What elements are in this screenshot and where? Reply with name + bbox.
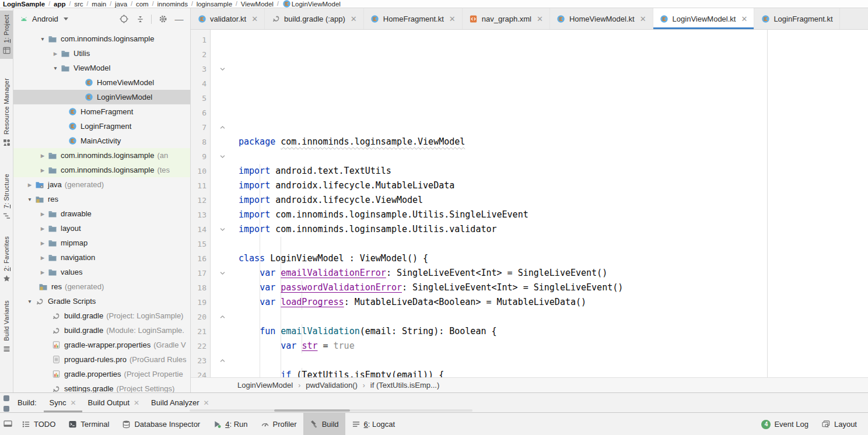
close-icon[interactable]: ✕: [134, 399, 139, 407]
tree-item-res[interactable]: res(generated): [13, 279, 190, 294]
horizontal-scrollbar[interactable]: [190, 409, 473, 412]
close-icon[interactable]: ✕: [449, 15, 456, 23]
fold-region-end-icon[interactable]: [211, 310, 234, 324]
expanded-arrow-icon[interactable]: ▼: [25, 299, 34, 304]
tree-item-loginviewmodel[interactable]: LoginViewModel: [13, 90, 190, 104]
status-item-build[interactable]: Build: [303, 413, 345, 435]
collapsed-arrow-icon[interactable]: ▶: [38, 153, 47, 159]
editor-tab-validator-kt[interactable]: validator.kt✕: [191, 8, 265, 29]
tool-window-button---favorites[interactable]: 2: Favorites: [0, 232, 13, 287]
close-icon[interactable]: ✕: [640, 15, 646, 23]
breadcrumb-item[interactable]: ViewModel: [241, 1, 274, 8]
tree-item-res[interactable]: ▼res: [13, 192, 190, 206]
expanded-arrow-icon[interactable]: ▼: [38, 36, 47, 42]
fold-region-end-icon[interactable]: [211, 353, 234, 368]
editor-tab-build-gradle---app-[interactable]: build.gradle (:app)✕: [265, 8, 364, 29]
tree-item-values[interactable]: ▶values: [13, 265, 190, 279]
code-editor[interactable]: package com.innominds.loginsample.ViewMo…: [234, 30, 868, 377]
fold-region-start-icon[interactable]: [211, 266, 234, 280]
close-icon[interactable]: ✕: [537, 15, 543, 23]
tree-item-gradle-properties[interactable]: gradle.properties(Project Propertie: [13, 367, 190, 381]
editor-tab-nav-graph-xml[interactable]: nav_graph.xml✕: [463, 8, 550, 29]
tool-window-button-resource-manager[interactable]: Resource Manager: [0, 74, 13, 151]
collapsed-arrow-icon[interactable]: ▶: [38, 269, 47, 275]
breadcrumb-item[interactable]: main: [92, 1, 106, 8]
close-icon[interactable]: ✕: [70, 399, 76, 407]
editor-breadcrumb-item[interactable]: if (TextUtils.isEmp...): [370, 381, 439, 390]
status-item-terminal[interactable]: Terminal: [62, 413, 116, 435]
tree-item-settings-gradle[interactable]: settings.gradle(Project Settings): [13, 381, 190, 392]
editor-body[interactable]: 123456789101112131415161718192021222324 …: [191, 30, 868, 377]
expanded-arrow-icon[interactable]: ▼: [25, 197, 34, 202]
chevron-down-icon[interactable]: [64, 17, 68, 20]
tree-item-drawable[interactable]: ▶drawable: [13, 206, 190, 221]
breadcrumb-item[interactable]: java: [115, 1, 127, 8]
tree-item-loginfragment[interactable]: LoginFragment: [13, 119, 190, 134]
project-view-selector[interactable]: Android: [32, 15, 58, 23]
tree-item-viewmodel[interactable]: ▼ViewModel: [13, 61, 190, 75]
build-side-icon[interactable]: [3, 395, 10, 404]
tool-window-button---structure[interactable]: 7: Structure: [0, 170, 13, 224]
collapsed-arrow-icon[interactable]: ▶: [38, 240, 47, 246]
expanded-arrow-icon[interactable]: ▼: [51, 65, 60, 71]
tree-item-mipmap[interactable]: ▶mipmap: [13, 236, 190, 250]
status-item-profiler[interactable]: Profiler: [254, 413, 303, 435]
breadcrumb-item[interactable]: innominds: [157, 1, 187, 8]
collapsed-arrow-icon[interactable]: ▶: [38, 226, 47, 231]
tree-item-navigation[interactable]: ▶navigation: [13, 250, 190, 265]
editor-breadcrumb-item[interactable]: pwdValidation(): [306, 381, 358, 390]
tree-item-mainactivity[interactable]: MainActivity: [13, 134, 190, 148]
status-item-database-inspector[interactable]: Database Inspector: [116, 413, 206, 435]
collapse-all-icon[interactable]: [134, 13, 146, 26]
tree-item-gradle-wrapper-properties[interactable]: gradle-wrapper.properties(Gradle V: [13, 338, 190, 352]
editor-tab-loginviewmodel-kt[interactable]: LoginViewModel.kt✕: [653, 8, 755, 29]
build-tab-sync[interactable]: Sync✕: [44, 393, 82, 412]
hide-panel-icon[interactable]: —: [173, 13, 186, 26]
breadcrumb-item[interactable]: com: [136, 1, 149, 8]
locate-file-icon[interactable]: [117, 13, 130, 26]
collapsed-arrow-icon[interactable]: ▶: [38, 211, 47, 217]
build-side-icon[interactable]: [3, 405, 10, 412]
fold-region-start-icon[interactable]: [211, 149, 234, 164]
tree-item-proguard-rules-pro[interactable]: proguard-rules.pro(ProGuard Rules: [13, 352, 190, 367]
fold-region-start-icon[interactable]: [211, 222, 234, 237]
collapsed-arrow-icon[interactable]: ▶: [38, 167, 47, 173]
tree-item-com-innominds-loginsample[interactable]: ▶com.innominds.loginsample(an: [13, 148, 190, 163]
editor-breadcrumb-item[interactable]: LoginViewModel: [237, 381, 293, 390]
tree-item-java[interactable]: ▶java(generated): [13, 177, 190, 192]
status-item---logcat[interactable]: 6: Logcat: [345, 413, 402, 435]
close-icon[interactable]: ✕: [741, 15, 747, 23]
tool-window-button---project[interactable]: 1: Project: [0, 10, 13, 59]
tree-item-build-gradle[interactable]: build.gradle(Project: LoginSample): [13, 308, 190, 323]
close-icon[interactable]: ✕: [204, 399, 209, 407]
fold-region-start-icon[interactable]: [211, 62, 234, 76]
breadcrumb-item[interactable]: app: [54, 1, 65, 8]
collapsed-arrow-icon[interactable]: ▶: [51, 51, 60, 57]
breadcrumb-item[interactable]: LoginViewModel: [282, 0, 341, 8]
close-icon[interactable]: ✕: [251, 15, 258, 23]
tree-item-homefragment[interactable]: HomeFragment: [13, 104, 190, 119]
fold-region-end-icon[interactable]: [211, 120, 234, 135]
tree-item-layout[interactable]: ▶layout: [13, 221, 190, 236]
tree-item-com-innominds-loginsample[interactable]: ▶com.innominds.loginsample(tes: [13, 163, 190, 177]
gear-icon[interactable]: [156, 13, 169, 26]
build-tab-build-output[interactable]: Build Output✕: [82, 393, 146, 412]
breadcrumb-item[interactable]: LoginSample: [3, 1, 45, 8]
horizontal-scrollbar-thumb[interactable]: [274, 409, 350, 412]
status-item-event-log[interactable]: 4Event Log: [755, 413, 815, 435]
status-item---run[interactable]: 4: Run: [206, 413, 254, 435]
tree-item-com-innominds-loginsample[interactable]: ▼com.innominds.loginsample: [13, 31, 190, 46]
status-item-todo[interactable]: TODO: [15, 413, 62, 435]
collapsed-arrow-icon[interactable]: ▶: [25, 182, 34, 188]
editor-tab-homefragment-kt[interactable]: HomeFragment.kt✕: [364, 8, 463, 29]
tool-window-button-build-variants[interactable]: Build Variants: [0, 296, 13, 357]
tree-item-gradle-scripts[interactable]: ▼Gradle Scripts: [13, 294, 190, 308]
close-icon[interactable]: ✕: [351, 15, 357, 23]
tree-item-build-gradle[interactable]: build.gradle(Module: LoginSample.: [13, 323, 190, 338]
tree-item-utilis[interactable]: ▶Utilis: [13, 46, 190, 61]
breadcrumb-item[interactable]: src: [74, 1, 83, 8]
editor-tab-loginfragment-kt[interactable]: LoginFragment.kt: [754, 8, 839, 29]
collapsed-arrow-icon[interactable]: ▶: [38, 255, 47, 261]
tree-item-homeviewmodel[interactable]: HomeViewModel: [13, 75, 190, 90]
editor-tab-homeviewmodel-kt[interactable]: HomeViewModel.kt✕: [550, 8, 653, 29]
